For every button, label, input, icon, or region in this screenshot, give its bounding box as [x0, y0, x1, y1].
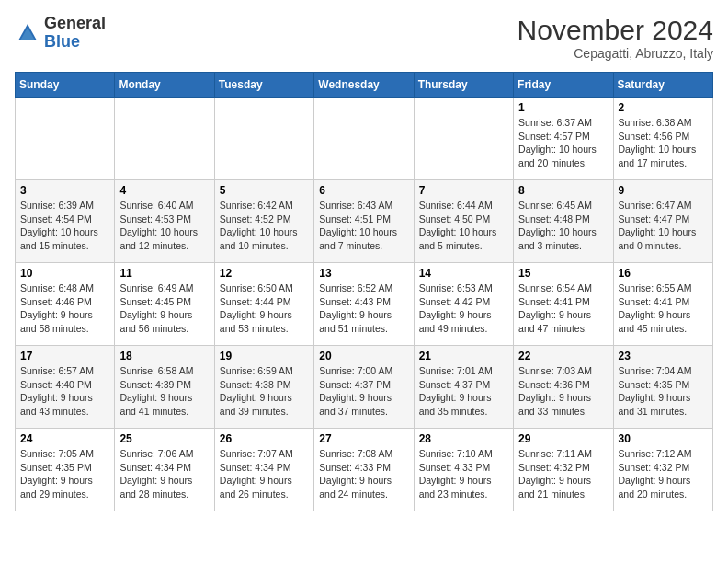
day-info: Sunrise: 7:07 AM Sunset: 4:34 PM Dayligh…: [220, 447, 309, 501]
calendar-cell: 21Sunrise: 7:01 AM Sunset: 4:37 PM Dayli…: [414, 346, 513, 429]
calendar-table: SundayMondayTuesdayWednesdayThursdayFrid…: [15, 72, 713, 511]
day-info: Sunrise: 6:59 AM Sunset: 4:38 PM Dayligh…: [220, 364, 309, 419]
day-number: 11: [119, 267, 209, 280]
day-info: Sunrise: 6:50 AM Sunset: 4:44 PM Dayligh…: [220, 282, 309, 336]
day-info: Sunrise: 6:37 AM Sunset: 4:57 PM Dayligh…: [518, 116, 608, 170]
calendar-week-row: 17Sunrise: 6:57 AM Sunset: 4:40 PM Dayli…: [16, 346, 713, 429]
day-info: Sunrise: 6:44 AM Sunset: 4:50 PM Dayligh…: [419, 199, 508, 253]
day-number: 20: [319, 350, 408, 362]
day-number: 3: [20, 184, 109, 197]
day-number: 22: [518, 350, 608, 362]
day-info: Sunrise: 6:45 AM Sunset: 4:48 PM Dayligh…: [518, 199, 608, 253]
calendar-cell: 4Sunrise: 6:40 AM Sunset: 4:53 PM Daylig…: [115, 180, 214, 263]
day-info: Sunrise: 6:40 AM Sunset: 4:53 PM Dayligh…: [119, 199, 209, 253]
day-info: Sunrise: 6:58 AM Sunset: 4:39 PM Dayligh…: [119, 364, 209, 419]
logo: General Blue: [15, 15, 106, 52]
calendar-cell: 19Sunrise: 6:59 AM Sunset: 4:38 PM Dayli…: [214, 346, 313, 429]
day-number: 10: [20, 267, 109, 280]
calendar-cell: 26Sunrise: 7:07 AM Sunset: 4:34 PM Dayli…: [214, 429, 313, 511]
day-info: Sunrise: 6:53 AM Sunset: 4:42 PM Dayligh…: [419, 282, 508, 336]
day-number: 7: [419, 184, 508, 197]
calendar-cell: 6Sunrise: 6:43 AM Sunset: 4:51 PM Daylig…: [314, 180, 414, 263]
day-number: 13: [319, 267, 408, 280]
calendar-cell: 14Sunrise: 6:53 AM Sunset: 4:42 PM Dayli…: [414, 263, 513, 346]
calendar-cell: [214, 98, 313, 180]
logo-icon: [15, 20, 40, 46]
calendar-header-row: SundayMondayTuesdayWednesdayThursdayFrid…: [16, 73, 713, 98]
calendar-cell: 7Sunrise: 6:44 AM Sunset: 4:50 PM Daylig…: [414, 180, 513, 263]
day-info: Sunrise: 7:01 AM Sunset: 4:37 PM Dayligh…: [419, 364, 508, 419]
calendar-cell: 5Sunrise: 6:42 AM Sunset: 4:52 PM Daylig…: [214, 180, 313, 263]
day-info: Sunrise: 7:05 AM Sunset: 4:35 PM Dayligh…: [20, 447, 109, 501]
calendar-week-row: 10Sunrise: 6:48 AM Sunset: 4:46 PM Dayli…: [16, 263, 713, 346]
day-number: 18: [119, 350, 209, 362]
day-number: 6: [319, 184, 408, 197]
day-info: Sunrise: 7:11 AM Sunset: 4:32 PM Dayligh…: [518, 447, 608, 501]
day-number: 14: [419, 267, 508, 280]
calendar-cell: 10Sunrise: 6:48 AM Sunset: 4:46 PM Dayli…: [16, 263, 115, 346]
calendar-cell: 17Sunrise: 6:57 AM Sunset: 4:40 PM Dayli…: [16, 346, 115, 429]
month-title: November 2024: [518, 15, 713, 46]
calendar-cell: 23Sunrise: 7:04 AM Sunset: 4:35 PM Dayli…: [613, 346, 712, 429]
day-number: 8: [518, 184, 608, 197]
page-header: General Blue November 2024 Cepagatti, Ab…: [15, 15, 713, 61]
calendar-week-row: 3Sunrise: 6:39 AM Sunset: 4:54 PM Daylig…: [16, 180, 713, 263]
day-number: 2: [619, 101, 708, 114]
day-number: 24: [20, 432, 109, 445]
calendar-cell: 22Sunrise: 7:03 AM Sunset: 4:36 PM Dayli…: [514, 346, 613, 429]
day-info: Sunrise: 7:03 AM Sunset: 4:36 PM Dayligh…: [518, 364, 608, 419]
calendar-cell: 8Sunrise: 6:45 AM Sunset: 4:48 PM Daylig…: [514, 180, 613, 263]
day-info: Sunrise: 6:48 AM Sunset: 4:46 PM Dayligh…: [20, 282, 109, 336]
day-info: Sunrise: 6:54 AM Sunset: 4:41 PM Dayligh…: [518, 282, 608, 336]
day-number: 19: [220, 350, 309, 362]
calendar-cell: 15Sunrise: 6:54 AM Sunset: 4:41 PM Dayli…: [514, 263, 613, 346]
day-info: Sunrise: 6:49 AM Sunset: 4:45 PM Dayligh…: [119, 282, 209, 336]
day-number: 15: [518, 267, 608, 280]
calendar-cell: [16, 98, 115, 180]
day-info: Sunrise: 7:00 AM Sunset: 4:37 PM Dayligh…: [319, 364, 408, 419]
day-number: 25: [119, 432, 209, 445]
calendar-cell: 18Sunrise: 6:58 AM Sunset: 4:39 PM Dayli…: [115, 346, 214, 429]
day-number: 12: [220, 267, 309, 280]
day-header: Sunday: [16, 73, 115, 98]
day-header: Thursday: [414, 73, 513, 98]
calendar-cell: 11Sunrise: 6:49 AM Sunset: 4:45 PM Dayli…: [115, 263, 214, 346]
calendar-cell: 28Sunrise: 7:10 AM Sunset: 4:33 PM Dayli…: [414, 429, 513, 511]
day-info: Sunrise: 7:12 AM Sunset: 4:32 PM Dayligh…: [619, 447, 708, 501]
day-number: 17: [20, 350, 109, 362]
day-number: 4: [119, 184, 209, 197]
day-info: Sunrise: 6:38 AM Sunset: 4:56 PM Dayligh…: [619, 116, 708, 170]
calendar-cell: [314, 98, 414, 180]
day-header: Friday: [514, 73, 613, 98]
calendar-cell: [115, 98, 214, 180]
calendar-cell: 20Sunrise: 7:00 AM Sunset: 4:37 PM Dayli…: [314, 346, 414, 429]
calendar-cell: 2Sunrise: 6:38 AM Sunset: 4:56 PM Daylig…: [613, 98, 712, 180]
calendar-week-row: 1Sunrise: 6:37 AM Sunset: 4:57 PM Daylig…: [16, 98, 713, 180]
day-number: 16: [619, 267, 708, 280]
calendar-cell: 16Sunrise: 6:55 AM Sunset: 4:41 PM Dayli…: [613, 263, 712, 346]
day-number: 30: [619, 432, 708, 445]
day-info: Sunrise: 6:47 AM Sunset: 4:47 PM Dayligh…: [619, 199, 708, 253]
day-info: Sunrise: 6:55 AM Sunset: 4:41 PM Dayligh…: [619, 282, 708, 336]
day-info: Sunrise: 7:06 AM Sunset: 4:34 PM Dayligh…: [119, 447, 209, 501]
day-info: Sunrise: 6:39 AM Sunset: 4:54 PM Dayligh…: [20, 199, 109, 253]
calendar-cell: 13Sunrise: 6:52 AM Sunset: 4:43 PM Dayli…: [314, 263, 414, 346]
day-number: 28: [419, 432, 508, 445]
calendar-cell: 25Sunrise: 7:06 AM Sunset: 4:34 PM Dayli…: [115, 429, 214, 511]
calendar-cell: [414, 98, 513, 180]
title-block: November 2024 Cepagatti, Abruzzo, Italy: [518, 15, 713, 61]
day-info: Sunrise: 7:04 AM Sunset: 4:35 PM Dayligh…: [619, 364, 708, 419]
day-info: Sunrise: 7:08 AM Sunset: 4:33 PM Dayligh…: [319, 447, 408, 501]
calendar-cell: 24Sunrise: 7:05 AM Sunset: 4:35 PM Dayli…: [16, 429, 115, 511]
day-info: Sunrise: 6:42 AM Sunset: 4:52 PM Dayligh…: [220, 199, 309, 253]
day-number: 21: [419, 350, 508, 362]
day-header: Tuesday: [214, 73, 313, 98]
day-header: Wednesday: [314, 73, 414, 98]
day-number: 9: [619, 184, 708, 197]
calendar-cell: 3Sunrise: 6:39 AM Sunset: 4:54 PM Daylig…: [16, 180, 115, 263]
day-info: Sunrise: 6:43 AM Sunset: 4:51 PM Dayligh…: [319, 199, 408, 253]
calendar-cell: 12Sunrise: 6:50 AM Sunset: 4:44 PM Dayli…: [214, 263, 313, 346]
day-header: Saturday: [613, 73, 712, 98]
day-info: Sunrise: 7:10 AM Sunset: 4:33 PM Dayligh…: [419, 447, 508, 501]
day-header: Monday: [115, 73, 214, 98]
